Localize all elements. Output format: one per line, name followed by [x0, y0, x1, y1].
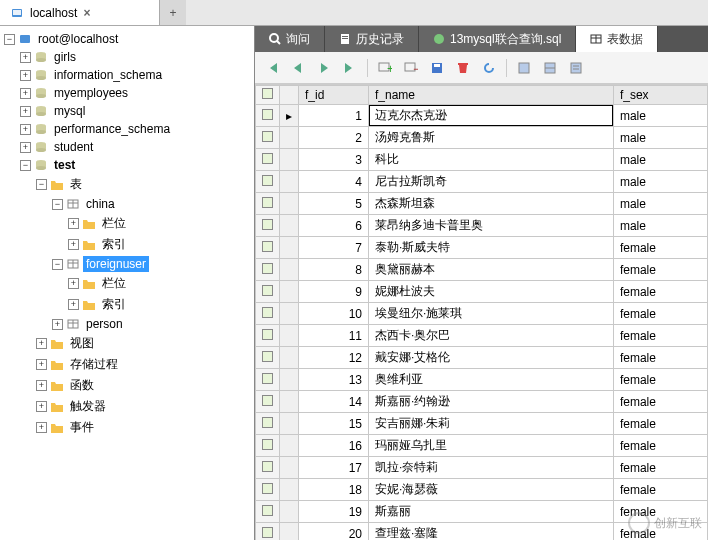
table-row[interactable]: 14斯嘉丽·约翰逊female — [256, 391, 708, 413]
table-row[interactable]: 18安妮·海瑟薇female — [256, 479, 708, 501]
cell-name[interactable]: 汤姆克鲁斯 — [369, 127, 614, 149]
table-row[interactable]: 4尼古拉斯凯奇male — [256, 171, 708, 193]
cell-id[interactable]: 5 — [299, 193, 369, 215]
collapse-icon[interactable]: − — [4, 34, 15, 45]
cell-sex[interactable]: female — [613, 259, 707, 281]
cell-id[interactable]: 1 — [299, 105, 369, 127]
cell-id[interactable]: 16 — [299, 435, 369, 457]
table-row[interactable]: 9妮娜杜波夫female — [256, 281, 708, 303]
cell-name[interactable]: 玛丽娅乌扎里 — [369, 435, 614, 457]
expand-icon[interactable]: + — [20, 88, 31, 99]
cell-sex[interactable]: female — [613, 479, 707, 501]
row-handle[interactable] — [280, 435, 299, 457]
cell-name[interactable]: 杰森斯坦森 — [369, 193, 614, 215]
tree-db[interactable]: +information_schema — [0, 66, 254, 84]
col-header-id[interactable]: f_id — [299, 86, 369, 105]
expand-icon[interactable]: + — [36, 359, 47, 370]
collapse-icon[interactable]: − — [52, 259, 63, 270]
cell-sex[interactable]: male — [613, 193, 707, 215]
row-checkbox[interactable] — [256, 391, 280, 413]
expand-icon[interactable]: + — [20, 142, 31, 153]
row-handle[interactable] — [280, 171, 299, 193]
expand-icon[interactable]: + — [20, 106, 31, 117]
cell-name[interactable]: 斯嘉丽·约翰逊 — [369, 391, 614, 413]
row-handle[interactable] — [280, 259, 299, 281]
tree-folder-tables[interactable]: − 表 — [0, 174, 254, 195]
row-checkbox[interactable] — [256, 347, 280, 369]
cell-name[interactable]: 奥黛丽赫本 — [369, 259, 614, 281]
cell-id[interactable]: 8 — [299, 259, 369, 281]
expand-icon[interactable]: + — [52, 319, 63, 330]
cell-id[interactable]: 20 — [299, 523, 369, 541]
checkbox-header[interactable] — [256, 86, 280, 105]
view-grid-button[interactable] — [513, 57, 535, 79]
data-grid[interactable]: f_id f_name f_sex ▸1迈克尔杰克逊male2汤姆克鲁斯male… — [255, 84, 708, 540]
row-handle[interactable] — [280, 523, 299, 541]
last-record-button[interactable] — [339, 57, 361, 79]
expand-icon[interactable]: + — [36, 422, 47, 433]
table-row[interactable]: 2汤姆克鲁斯male — [256, 127, 708, 149]
table-row[interactable]: 13奥维利亚female — [256, 369, 708, 391]
row-handle[interactable] — [280, 281, 299, 303]
tree-root[interactable]: − root@localhost — [0, 30, 254, 48]
cell-name[interactable]: 凯拉·奈特莉 — [369, 457, 614, 479]
expand-icon[interactable]: + — [36, 338, 47, 349]
window-tab-localhost[interactable]: localhost × — [0, 0, 160, 25]
add-record-button[interactable]: + — [374, 57, 396, 79]
col-header-sex[interactable]: f_sex — [613, 86, 707, 105]
cell-id[interactable]: 17 — [299, 457, 369, 479]
expand-icon[interactable]: + — [68, 299, 79, 310]
row-checkbox[interactable] — [256, 303, 280, 325]
cell-name[interactable]: 尼古拉斯凯奇 — [369, 171, 614, 193]
tree-table-china[interactable]: − china — [0, 195, 254, 213]
cell-name[interactable]: 莱昂纳多迪卡普里奥 — [369, 215, 614, 237]
table-row[interactable]: 8奥黛丽赫本female — [256, 259, 708, 281]
new-tab-button[interactable]: + — [160, 0, 186, 25]
row-checkbox[interactable] — [256, 149, 280, 171]
tree-folder-indexes[interactable]: + 索引 — [0, 294, 254, 315]
row-handle[interactable] — [280, 479, 299, 501]
row-handle[interactable] — [280, 457, 299, 479]
table-row[interactable]: 10埃曼纽尔·施莱琪female — [256, 303, 708, 325]
tree-db[interactable]: +mysql — [0, 102, 254, 120]
col-header-name[interactable]: f_name — [369, 86, 614, 105]
table-row[interactable]: 5杰森斯坦森male — [256, 193, 708, 215]
table-row[interactable]: 7泰勒·斯威夫特female — [256, 237, 708, 259]
cell-name[interactable]: 奥维利亚 — [369, 369, 614, 391]
cell-id[interactable]: 19 — [299, 501, 369, 523]
cell-sex[interactable]: male — [613, 127, 707, 149]
cell-sex[interactable]: female — [613, 413, 707, 435]
row-handle[interactable] — [280, 193, 299, 215]
cell-sex[interactable]: female — [613, 281, 707, 303]
cell-name[interactable]: 斯嘉丽 — [369, 501, 614, 523]
row-checkbox[interactable] — [256, 523, 280, 541]
row-checkbox[interactable] — [256, 413, 280, 435]
row-handle[interactable] — [280, 391, 299, 413]
expand-icon[interactable]: + — [36, 401, 47, 412]
cell-sex[interactable]: female — [613, 325, 707, 347]
cell-name[interactable]: 杰西卡·奥尔巴 — [369, 325, 614, 347]
row-checkbox[interactable] — [256, 237, 280, 259]
table-row[interactable]: 17凯拉·奈特莉female — [256, 457, 708, 479]
expand-icon[interactable]: + — [68, 278, 79, 289]
row-handle[interactable] — [280, 127, 299, 149]
cell-sex[interactable]: female — [613, 435, 707, 457]
table-row[interactable]: 16玛丽娅乌扎里female — [256, 435, 708, 457]
cell-id[interactable]: 18 — [299, 479, 369, 501]
cell-sex[interactable]: female — [613, 237, 707, 259]
cell-id[interactable]: 9 — [299, 281, 369, 303]
tree-table-person[interactable]: + person — [0, 315, 254, 333]
cell-id[interactable]: 11 — [299, 325, 369, 347]
next-record-button[interactable] — [313, 57, 335, 79]
cell-sex[interactable]: female — [613, 303, 707, 325]
tree-folder[interactable]: +视图 — [0, 333, 254, 354]
tree-folder[interactable]: +存储过程 — [0, 354, 254, 375]
row-handle[interactable] — [280, 347, 299, 369]
tree-db[interactable]: +performance_schema — [0, 120, 254, 138]
tab-data[interactable]: 表数据 — [576, 26, 658, 52]
cell-id[interactable]: 2 — [299, 127, 369, 149]
collapse-icon[interactable]: − — [20, 160, 31, 171]
cell-sex[interactable]: male — [613, 215, 707, 237]
tree-db[interactable]: +girls — [0, 48, 254, 66]
cell-id[interactable]: 14 — [299, 391, 369, 413]
